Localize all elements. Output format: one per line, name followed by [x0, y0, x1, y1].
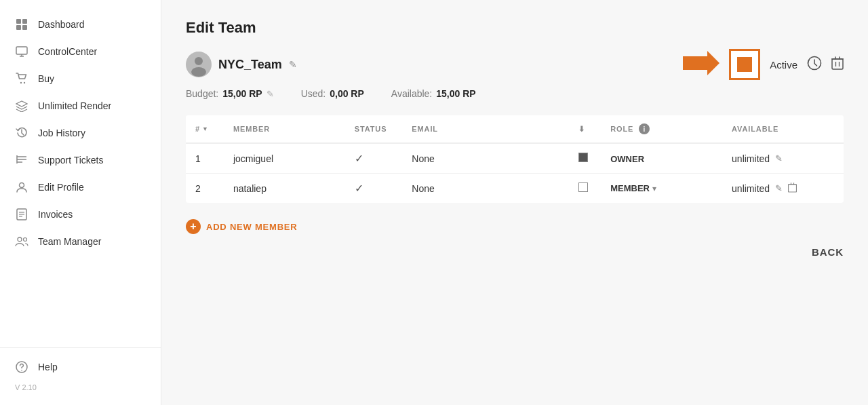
sidebar-item-support-tickets-label: Support Tickets — [38, 155, 104, 166]
sidebar: Dashboard ControlCenter Buy — [0, 0, 161, 405]
sidebar-item-unlimited-render[interactable]: Unlimited Render — [0, 92, 161, 119]
sidebar-item-control-center[interactable]: ControlCenter — [0, 38, 161, 65]
role-label-2: MEMBER — [610, 183, 650, 193]
available-item: Available: 15,00 RP — [391, 88, 476, 99]
sidebar-item-buy-label: Buy — [38, 73, 54, 84]
sidebar-item-unlimited-render-label: Unlimited Render — [38, 100, 111, 111]
sidebar-item-help[interactable]: Help — [0, 353, 161, 381]
table-header-row: # ▼ MEMBER STATUS EMAIL ⬇ ROLE i AVAILAB… — [186, 115, 844, 143]
cell-role-2: MEMBER ▾ — [601, 174, 722, 204]
status-controls: Active — [683, 49, 844, 80]
table-row: 2 nataliep ✓ None MEMBER ▾ unli — [186, 174, 844, 204]
svg-point-19 — [24, 238, 27, 242]
cell-role-1: OWNER — [601, 143, 722, 174]
used-item: Used: 0,00 RP — [301, 88, 364, 99]
edit-available-1-icon[interactable]: ✎ — [775, 153, 783, 163]
cell-dl-1 — [569, 143, 601, 174]
people-icon — [15, 235, 28, 248]
add-member-label[interactable]: ADD NEW MEMBER — [206, 222, 297, 232]
sidebar-item-dashboard-label: Dashboard — [38, 19, 85, 30]
check-icon-2: ✓ — [355, 182, 363, 194]
history-icon — [15, 126, 28, 140]
checkbox-filled-1[interactable] — [578, 153, 588, 162]
cell-dl-2 — [569, 174, 601, 204]
svg-point-21 — [21, 370, 22, 371]
cell-number-2: 2 — [186, 174, 224, 204]
used-label: Used: — [301, 88, 326, 99]
svg-rect-2 — [16, 25, 21, 30]
edit-team-name-icon[interactable]: ✎ — [289, 59, 297, 70]
cell-number-1: 1 — [186, 143, 224, 174]
available-value-1: unlimited — [732, 153, 770, 164]
svg-point-7 — [20, 82, 22, 83]
download-header-icon: ⬇ — [578, 125, 585, 133]
active-label: Active — [770, 59, 797, 71]
cell-member-1: jocmiguel — [224, 143, 345, 174]
back-button[interactable]: BACK — [812, 246, 844, 258]
used-value: 0,00 RP — [330, 88, 364, 99]
available-label: Available: — [391, 88, 432, 99]
role-label-1: OWNER — [610, 154, 644, 164]
cell-email-1: None — [402, 143, 569, 174]
svg-point-13 — [20, 183, 24, 188]
budget-item: Budget: 15,00 RP ✎ — [186, 88, 274, 99]
arrow-right-icon — [683, 51, 719, 78]
monitor-icon — [15, 45, 28, 58]
role-dropdown-2-icon[interactable]: ▾ — [652, 184, 656, 193]
footer-row: BACK — [186, 246, 844, 258]
col-header-member: MEMBER — [224, 115, 345, 143]
cell-available-1: unlimited ✎ — [722, 143, 844, 174]
sidebar-item-invoices-label: Invoices — [38, 209, 73, 220]
sidebar-footer: Help V 2.10 — [0, 347, 161, 394]
col-header-number[interactable]: # ▼ — [186, 115, 224, 143]
version-label: V 2.10 — [0, 381, 161, 394]
sidebar-item-support-tickets[interactable]: Support Tickets — [0, 147, 161, 174]
sidebar-item-buy[interactable]: Buy — [0, 65, 161, 92]
role-info-icon[interactable]: i — [639, 123, 650, 134]
help-icon — [15, 360, 28, 374]
sidebar-item-invoices[interactable]: Invoices — [0, 201, 161, 228]
budget-row: Budget: 15,00 RP ✎ Used: 0,00 RP Availab… — [186, 88, 844, 99]
svg-rect-3 — [22, 25, 27, 30]
budget-label: Budget: — [186, 88, 218, 99]
available-value-2: unlimited — [732, 183, 770, 194]
dashboard-icon — [15, 18, 28, 31]
svg-point-23 — [195, 57, 203, 65]
status-toggle-box[interactable] — [729, 49, 760, 80]
svg-rect-27 — [832, 59, 843, 69]
page-title: Edit Team — [186, 19, 844, 37]
cell-status-1: ✓ — [345, 143, 403, 174]
delete-member-2-icon[interactable] — [788, 182, 797, 195]
team-history-button[interactable] — [807, 56, 822, 74]
svg-rect-0 — [16, 19, 21, 24]
sidebar-item-dashboard[interactable]: Dashboard — [0, 11, 161, 38]
cart-icon — [15, 72, 28, 85]
checkbox-empty-2[interactable] — [578, 182, 588, 192]
col-header-email: EMAIL — [402, 115, 569, 143]
budget-value: 15,00 RP — [222, 88, 262, 99]
sidebar-item-control-center-label: ControlCenter — [38, 46, 97, 57]
svg-point-24 — [191, 67, 206, 77]
svg-point-18 — [18, 237, 22, 242]
add-member-row[interactable]: + ADD NEW MEMBER — [186, 219, 844, 234]
sidebar-item-team-manager[interactable]: Team Manager — [0, 228, 161, 255]
col-header-available: AVAILABLE — [722, 115, 844, 143]
edit-budget-icon[interactable]: ✎ — [267, 89, 274, 99]
sort-arrow-icon: ▼ — [202, 126, 209, 132]
members-table: # ▼ MEMBER STATUS EMAIL ⬇ ROLE i AVAILAB… — [186, 115, 844, 203]
delete-team-button[interactable] — [831, 56, 844, 73]
add-member-circle-icon[interactable]: + — [186, 219, 201, 234]
avatar — [186, 52, 212, 77]
team-name-row: NYC_Team ✎ — [186, 52, 297, 77]
cell-status-2: ✓ — [345, 174, 403, 204]
sidebar-item-edit-profile-label: Edit Profile — [38, 182, 84, 193]
col-header-dl[interactable]: ⬇ — [569, 115, 601, 143]
svg-point-8 — [24, 82, 25, 83]
cell-email-2: None — [402, 174, 569, 204]
sidebar-item-job-history[interactable]: Job History — [0, 119, 161, 147]
team-name: NYC_Team — [218, 58, 282, 72]
col-header-role: ROLE i — [601, 115, 722, 143]
edit-available-2-icon[interactable]: ✎ — [775, 183, 783, 193]
sidebar-item-edit-profile[interactable]: Edit Profile — [0, 174, 161, 201]
main-content: Edit Team NYC_Team ✎ — [161, 0, 868, 405]
